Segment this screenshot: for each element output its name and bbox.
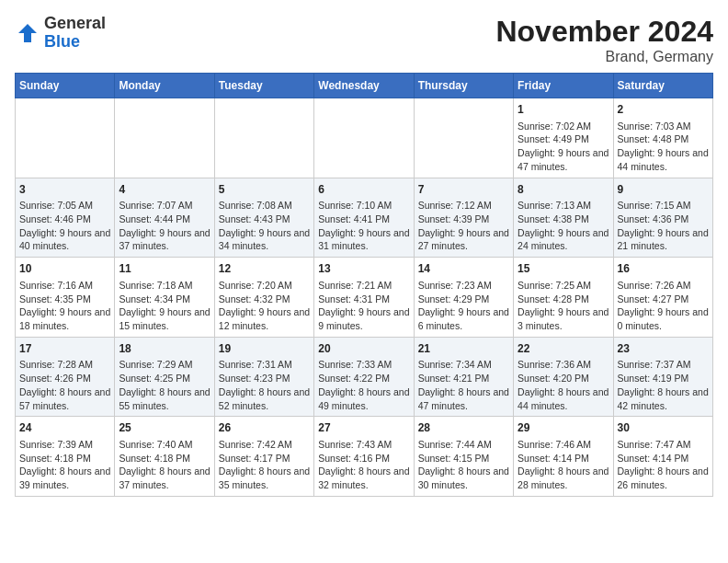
weekday-tuesday: Tuesday	[214, 74, 313, 98]
day-info: Sunrise: 7:15 AM Sunset: 4:36 PM Dayligh…	[618, 200, 709, 251]
day-info: Sunrise: 7:16 AM Sunset: 4:35 PM Dayligh…	[19, 280, 110, 331]
day-number: 24	[19, 420, 110, 436]
day-number: 22	[518, 341, 609, 357]
day-cell: 30Sunrise: 7:47 AM Sunset: 4:14 PM Dayli…	[613, 417, 712, 497]
day-info: Sunrise: 7:10 AM Sunset: 4:41 PM Dayligh…	[318, 200, 409, 251]
day-number: 11	[119, 261, 210, 277]
calendar-table: SundayMondayTuesdayWednesdayThursdayFrid…	[15, 73, 713, 497]
day-cell	[414, 98, 513, 178]
day-number: 26	[219, 420, 310, 436]
day-info: Sunrise: 7:36 AM Sunset: 4:20 PM Dayligh…	[518, 359, 609, 410]
day-info: Sunrise: 7:47 AM Sunset: 4:14 PM Dayligh…	[618, 439, 709, 490]
day-info: Sunrise: 7:46 AM Sunset: 4:14 PM Dayligh…	[518, 439, 609, 490]
day-cell: 11Sunrise: 7:18 AM Sunset: 4:34 PM Dayli…	[115, 258, 214, 338]
logo-icon	[15, 20, 40, 46]
day-number: 19	[219, 341, 310, 357]
day-info: Sunrise: 7:13 AM Sunset: 4:38 PM Dayligh…	[518, 200, 609, 251]
day-number: 21	[418, 341, 509, 357]
day-cell: 26Sunrise: 7:42 AM Sunset: 4:17 PM Dayli…	[214, 417, 313, 497]
day-info: Sunrise: 7:31 AM Sunset: 4:23 PM Dayligh…	[219, 359, 310, 410]
day-number: 16	[618, 261, 709, 277]
day-number: 9	[618, 182, 709, 198]
day-cell	[16, 98, 115, 178]
day-cell: 15Sunrise: 7:25 AM Sunset: 4:28 PM Dayli…	[514, 258, 613, 338]
day-info: Sunrise: 7:07 AM Sunset: 4:44 PM Dayligh…	[119, 200, 210, 251]
logo-text: General Blue	[44, 15, 106, 52]
day-cell: 28Sunrise: 7:44 AM Sunset: 4:15 PM Dayli…	[414, 417, 513, 497]
day-cell: 17Sunrise: 7:28 AM Sunset: 4:26 PM Dayli…	[16, 337, 115, 417]
day-cell	[214, 98, 313, 178]
weekday-header-row: SundayMondayTuesdayWednesdayThursdayFrid…	[16, 74, 713, 98]
day-cell: 18Sunrise: 7:29 AM Sunset: 4:25 PM Dayli…	[115, 337, 214, 417]
day-cell: 3Sunrise: 7:05 AM Sunset: 4:46 PM Daylig…	[16, 178, 115, 258]
day-info: Sunrise: 7:29 AM Sunset: 4:25 PM Dayligh…	[119, 359, 210, 410]
day-info: Sunrise: 7:12 AM Sunset: 4:39 PM Dayligh…	[418, 200, 509, 251]
day-cell: 27Sunrise: 7:43 AM Sunset: 4:16 PM Dayli…	[314, 417, 414, 497]
day-number: 4	[119, 182, 210, 198]
day-number: 14	[418, 261, 509, 277]
day-cell: 29Sunrise: 7:46 AM Sunset: 4:14 PM Dayli…	[514, 417, 613, 497]
day-number: 28	[418, 420, 509, 436]
calendar-title: November 2024	[495, 15, 713, 49]
day-cell: 19Sunrise: 7:31 AM Sunset: 4:23 PM Dayli…	[214, 337, 313, 417]
weekday-monday: Monday	[115, 74, 214, 98]
day-number: 12	[219, 261, 310, 277]
day-cell	[314, 98, 414, 178]
day-info: Sunrise: 7:39 AM Sunset: 4:18 PM Dayligh…	[19, 439, 110, 490]
day-cell: 21Sunrise: 7:34 AM Sunset: 4:21 PM Dayli…	[414, 337, 513, 417]
day-number: 29	[518, 420, 609, 436]
day-number: 18	[119, 341, 210, 357]
day-info: Sunrise: 7:02 AM Sunset: 4:49 PM Dayligh…	[518, 121, 609, 172]
day-info: Sunrise: 7:34 AM Sunset: 4:21 PM Dayligh…	[418, 359, 509, 410]
day-info: Sunrise: 7:08 AM Sunset: 4:43 PM Dayligh…	[219, 200, 310, 251]
day-info: Sunrise: 7:21 AM Sunset: 4:31 PM Dayligh…	[318, 280, 409, 331]
day-info: Sunrise: 7:33 AM Sunset: 4:22 PM Dayligh…	[318, 359, 409, 410]
calendar-subtitle: Brand, Germany	[495, 49, 713, 65]
day-cell	[115, 98, 214, 178]
day-info: Sunrise: 7:26 AM Sunset: 4:27 PM Dayligh…	[618, 280, 709, 331]
day-number: 20	[318, 341, 409, 357]
day-cell: 2Sunrise: 7:03 AM Sunset: 4:48 PM Daylig…	[613, 98, 712, 178]
logo: General Blue	[15, 15, 106, 52]
svg-marker-1	[18, 24, 37, 42]
day-info: Sunrise: 7:40 AM Sunset: 4:18 PM Dayligh…	[119, 439, 210, 490]
day-info: Sunrise: 7:18 AM Sunset: 4:34 PM Dayligh…	[119, 280, 210, 331]
day-cell: 24Sunrise: 7:39 AM Sunset: 4:18 PM Dayli…	[16, 417, 115, 497]
day-cell: 23Sunrise: 7:37 AM Sunset: 4:19 PM Dayli…	[613, 337, 712, 417]
day-number: 10	[19, 261, 110, 277]
day-number: 23	[618, 341, 709, 357]
week-row-2: 3Sunrise: 7:05 AM Sunset: 4:46 PM Daylig…	[16, 178, 713, 258]
day-info: Sunrise: 7:28 AM Sunset: 4:26 PM Dayligh…	[19, 359, 110, 410]
week-row-4: 17Sunrise: 7:28 AM Sunset: 4:26 PM Dayli…	[16, 337, 713, 417]
day-cell: 13Sunrise: 7:21 AM Sunset: 4:31 PM Dayli…	[314, 258, 414, 338]
day-cell: 8Sunrise: 7:13 AM Sunset: 4:38 PM Daylig…	[514, 178, 613, 258]
weekday-saturday: Saturday	[613, 74, 712, 98]
day-number: 17	[19, 341, 110, 357]
day-cell: 14Sunrise: 7:23 AM Sunset: 4:29 PM Dayli…	[414, 258, 513, 338]
calendar-header: SundayMondayTuesdayWednesdayThursdayFrid…	[16, 74, 713, 98]
day-info: Sunrise: 7:23 AM Sunset: 4:29 PM Dayligh…	[418, 280, 509, 331]
day-info: Sunrise: 7:05 AM Sunset: 4:46 PM Dayligh…	[19, 200, 110, 251]
day-number: 27	[318, 420, 409, 436]
day-cell: 5Sunrise: 7:08 AM Sunset: 4:43 PM Daylig…	[214, 178, 313, 258]
title-block: November 2024 Brand, Germany	[495, 15, 713, 65]
week-row-1: 1Sunrise: 7:02 AM Sunset: 4:49 PM Daylig…	[16, 98, 713, 178]
day-number: 6	[318, 182, 409, 198]
weekday-friday: Friday	[514, 74, 613, 98]
day-number: 13	[318, 261, 409, 277]
day-info: Sunrise: 7:20 AM Sunset: 4:32 PM Dayligh…	[219, 280, 310, 331]
weekday-sunday: Sunday	[16, 74, 115, 98]
logo-general: General	[44, 15, 106, 33]
day-info: Sunrise: 7:25 AM Sunset: 4:28 PM Dayligh…	[518, 280, 609, 331]
day-cell: 7Sunrise: 7:12 AM Sunset: 4:39 PM Daylig…	[414, 178, 513, 258]
logo-blue: Blue	[44, 33, 106, 52]
day-cell: 22Sunrise: 7:36 AM Sunset: 4:20 PM Dayli…	[514, 337, 613, 417]
day-number: 25	[119, 420, 210, 436]
day-number: 2	[618, 102, 709, 118]
week-row-3: 10Sunrise: 7:16 AM Sunset: 4:35 PM Dayli…	[16, 258, 713, 338]
day-info: Sunrise: 7:37 AM Sunset: 4:19 PM Dayligh…	[618, 359, 709, 410]
day-cell: 9Sunrise: 7:15 AM Sunset: 4:36 PM Daylig…	[613, 178, 712, 258]
day-cell: 20Sunrise: 7:33 AM Sunset: 4:22 PM Dayli…	[314, 337, 414, 417]
day-info: Sunrise: 7:03 AM Sunset: 4:48 PM Dayligh…	[618, 121, 709, 172]
week-row-5: 24Sunrise: 7:39 AM Sunset: 4:18 PM Dayli…	[16, 417, 713, 497]
